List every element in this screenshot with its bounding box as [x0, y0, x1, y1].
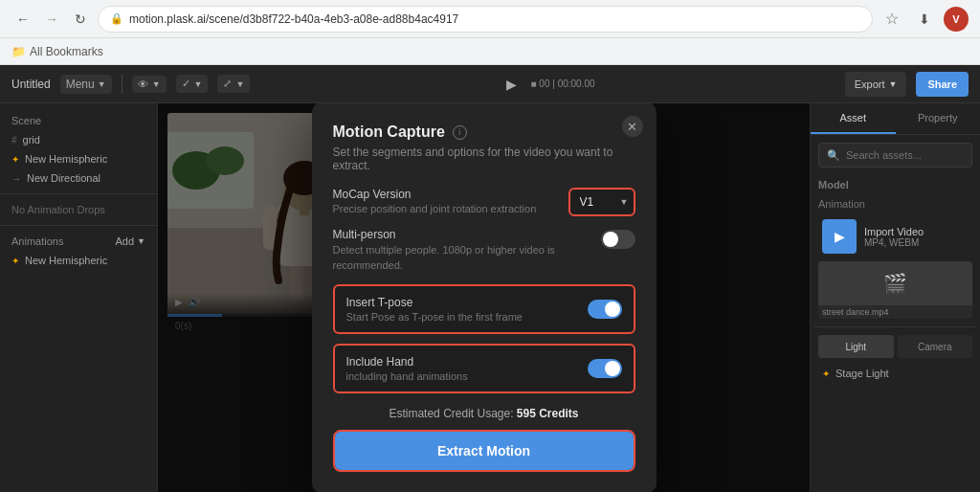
panel-tabs-row: Asset Property — [811, 103, 980, 135]
mocap-version-select[interactable]: V1 V2 — [568, 188, 635, 216]
insert-tpose-slider — [588, 300, 622, 319]
bookmarks-folder-icon: 📁 — [11, 45, 26, 58]
sidebar-item-grid[interactable]: # grid — [0, 130, 157, 149]
directional-icon: → — [11, 173, 21, 184]
hemispheric-icon: ✦ — [11, 154, 19, 165]
import-video-thumb: ▶ — [822, 219, 857, 254]
credit-label: Estimated Credit Usage: — [389, 407, 513, 420]
tab-asset[interactable]: Asset — [811, 103, 896, 134]
forward-button[interactable]: → — [40, 8, 63, 31]
multiperson-toggle-slider — [601, 230, 635, 249]
mocap-version-label: MoCap Version — [333, 188, 557, 201]
app-toolbar: Untitled Menu ▼ 👁 ▼ ✓ ▼ ⤢ ▼ ▶ ■ 00 | 00:… — [0, 65, 980, 103]
tab-light[interactable]: Light — [818, 335, 894, 358]
stage-light-icon: ✦ — [822, 369, 830, 379]
animation-label: Animation — [818, 198, 972, 210]
user-account-btn[interactable]: V — [944, 7, 969, 32]
mocap-version-select-wrapper: V1 V2 ▼ — [568, 188, 635, 216]
include-hand-left: Include Hand including hand animations — [346, 355, 576, 382]
toolbar-transform-group[interactable]: ⤢ ▼ — [217, 75, 250, 93]
export-button[interactable]: Export ▼ — [845, 72, 907, 97]
menu-button[interactable]: Menu ▼ — [60, 75, 112, 94]
export-label: Export — [855, 78, 885, 90]
toolbar-separator-1 — [122, 75, 122, 94]
insert-tpose-left: Insert T-pose Start Pose as T-pose in th… — [346, 296, 576, 323]
toolbar-view-group[interactable]: 👁 ▼ — [132, 76, 167, 93]
hemispheric-label: New Hemispheric — [25, 153, 107, 165]
sidebar-divider-2 — [0, 225, 157, 226]
anim-hemi-icon: ✦ — [11, 256, 19, 266]
download-button[interactable]: ⬇ — [911, 6, 938, 33]
back-button[interactable]: ← — [11, 8, 34, 31]
add-label: Add — [116, 235, 135, 247]
add-chevron-icon: ▼ — [137, 236, 145, 246]
import-video-label: Import Video — [864, 226, 924, 237]
animations-label: Animations — [11, 235, 63, 247]
scene-section-label: Scene — [0, 111, 157, 130]
check-chevron: ▼ — [194, 79, 203, 89]
mocap-version-desc: Precise position and joint rotation extr… — [333, 203, 557, 214]
multiperson-desc: Detect multiple people. 1080p or higher … — [333, 243, 563, 273]
playback-info: ■ 00 | 00:00.00 — [531, 78, 595, 89]
multiperson-label: Multi-person — [333, 228, 590, 241]
toolbar-check-group[interactable]: ✓ ▼ — [176, 75, 209, 93]
search-input[interactable] — [846, 149, 964, 161]
include-hand-desc: including hand animations — [346, 370, 576, 382]
animations-row: Animations Add ▼ — [0, 232, 157, 251]
no-anim-label: No Animation Drops — [0, 200, 157, 219]
multiperson-left: Multi-person Detect multiple people. 108… — [333, 228, 590, 273]
browser-bar: ← → ↻ 🔒 motion.plask.ai/scene/d3b8f722-b… — [0, 0, 980, 38]
extract-btn-wrapper: Extract Motion — [333, 430, 635, 472]
import-video-info: Import Video MP4, WEBM — [864, 226, 924, 248]
multiperson-toggle[interactable] — [601, 230, 635, 249]
modal-close-button[interactable]: ✕ — [622, 116, 643, 137]
credit-usage: Estimated Credit Usage: 595 Credits — [333, 407, 635, 420]
import-video-item[interactable]: ▶ Import Video MP4, WEBM — [818, 215, 972, 257]
include-hand-row: Include Hand including hand animations — [333, 344, 635, 393]
sidebar-item-directional[interactable]: → New Directional — [0, 168, 157, 188]
bookmark-star-button[interactable]: ☆ — [879, 6, 905, 33]
modal-info-icon[interactable]: i — [453, 125, 467, 140]
mocap-version-left: MoCap Version Precise position and joint… — [333, 188, 557, 214]
sidebar-divider — [0, 193, 157, 194]
animations-add-button[interactable]: Add ▼ — [116, 235, 146, 247]
panel-search-box[interactable]: 🔍 — [818, 143, 972, 168]
model-label: Model — [818, 179, 972, 190]
grid-label: grid — [23, 134, 40, 145]
reload-button[interactable]: ↻ — [69, 8, 92, 31]
sidebar-item-hemispheric[interactable]: ✦ New Hemispheric — [0, 149, 157, 168]
bookmarks-label: All Bookmarks — [30, 45, 103, 58]
play-button[interactable]: ▶ — [501, 73, 523, 96]
viewport-center: ▶ 🔊 0(s) 9.92(s) ✕ — [158, 103, 810, 492]
import-video-formats: MP4, WEBM — [864, 237, 924, 248]
menu-chevron-icon: ▼ — [98, 79, 106, 89]
panel-right: Asset Property 🔍 Model Animation ▶ Impor… — [810, 103, 980, 492]
tab-property[interactable]: Property — [896, 103, 981, 134]
anim-hemi-label: New Hemispheric — [25, 255, 107, 266]
include-hand-slider — [588, 359, 622, 378]
grid-icon: # — [11, 135, 17, 145]
toolbar-play-group: ▶ ■ 00 | 00:00.00 — [501, 73, 595, 96]
modal-subtitle: Set the segments and options for the vid… — [333, 145, 635, 172]
url-text: motion.plask.ai/scene/d3b8f722-b40a-4eb3… — [129, 12, 458, 26]
tab-camera[interactable]: Camera — [898, 335, 973, 358]
search-icon: 🔍 — [827, 149, 840, 162]
modal-overlay: ✕ Motion Capture i Set the segments and … — [158, 103, 810, 492]
modal-title-text: Motion Capture — [333, 123, 445, 141]
mocap-version-row: MoCap Version Precise position and joint… — [333, 188, 635, 216]
directional-label: New Directional — [27, 172, 100, 184]
eye-icon: 👁 — [138, 78, 148, 90]
menu-label: Menu — [66, 78, 95, 91]
url-bar[interactable]: 🔒 motion.plask.ai/scene/d3b8f722-b40a-4e… — [98, 6, 873, 33]
insert-tpose-toggle[interactable] — [588, 300, 622, 319]
stage-light-item[interactable]: ✦ Stage Light — [811, 364, 980, 383]
sidebar-item-anim-hemispheric[interactable]: ✦ New Hemispheric — [0, 251, 157, 270]
share-button[interactable]: Share — [916, 72, 969, 97]
include-hand-label: Include Hand — [346, 355, 576, 369]
video-file-thumb: 🎬 street dance.mp4 — [818, 261, 972, 319]
extract-motion-button[interactable]: Extract Motion — [335, 432, 634, 470]
stage-light-label: Stage Light — [835, 368, 889, 379]
light-camera-row: Light Camera — [811, 335, 980, 358]
include-hand-toggle[interactable] — [588, 359, 622, 378]
model-section: Model — [811, 175, 980, 198]
